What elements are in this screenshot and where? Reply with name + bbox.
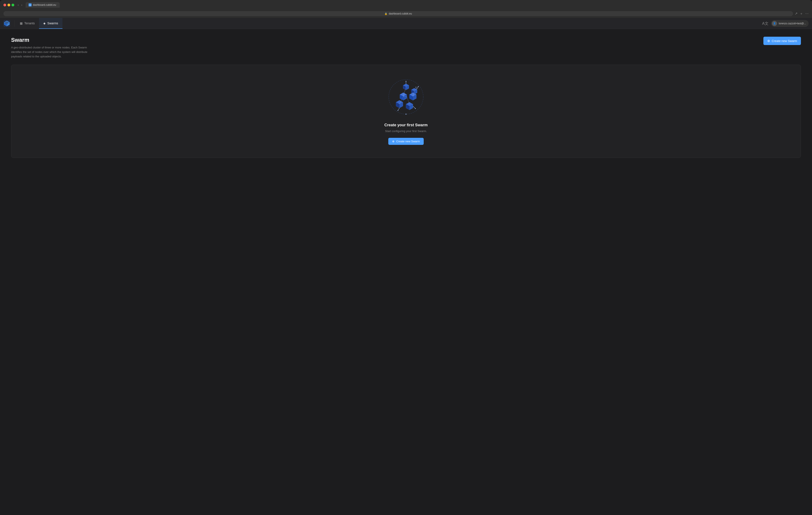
forward-arrow[interactable]: › xyxy=(21,3,23,7)
tab-bar-area: ◈ dashboard.cubbit.eu xyxy=(26,2,809,8)
browser-actions: ↗ ＋ ⋯ xyxy=(795,11,809,16)
page-title: Swarm xyxy=(11,37,96,43)
close-button[interactable] xyxy=(3,4,6,6)
tab-favicon: ◈ xyxy=(29,3,32,6)
minimize-button[interactable] xyxy=(7,4,10,6)
page-header: Swarm A geo-distributed cluster of three… xyxy=(11,37,801,59)
nav-tab-swarms[interactable]: ◈ Swarms xyxy=(39,18,62,29)
swarm-illustration xyxy=(387,78,425,116)
svg-point-31 xyxy=(398,110,398,111)
empty-state-title: Create your first Swarm xyxy=(384,123,428,127)
svg-point-11 xyxy=(406,81,406,82)
new-tab-icon[interactable]: ＋ xyxy=(800,11,803,16)
address-bar[interactable]: 🔒 dashboard.cubbit.eu xyxy=(3,11,793,16)
create-swarm-button-empty[interactable]: ⊕ Create new Swarm xyxy=(388,138,424,145)
more-icon[interactable]: ⋯ xyxy=(805,11,809,16)
maximize-button[interactable] xyxy=(11,4,14,6)
page-description: A geo-distributed cluster of three or mo… xyxy=(11,46,96,59)
create-button-label-empty: Create new Swarm xyxy=(396,140,420,143)
user-label: lorenzo.cazzoli+test@... xyxy=(779,22,806,25)
svg-line-30 xyxy=(398,108,399,110)
create-button-label-header: Create new Swarm xyxy=(772,39,797,43)
traffic-lights xyxy=(3,4,14,6)
app-wrapper: ▦ Tenants ◈ Swarms A文 👤 lorenzo.cazzoli+… xyxy=(0,18,812,515)
tenants-label: Tenants xyxy=(24,22,35,25)
address-text: dashboard.cubbit.eu xyxy=(389,12,412,15)
plus-icon-empty: ⊕ xyxy=(392,140,395,143)
nav-tabs: ▦ Tenants ◈ Swarms xyxy=(16,18,762,29)
svg-point-44 xyxy=(415,87,417,88)
browser-chrome: ‹ › ◈ dashboard.cubbit.eu 🔒 dashboard.cu… xyxy=(0,0,812,18)
translate-icon[interactable]: A文 xyxy=(762,21,768,26)
svg-point-43 xyxy=(405,114,406,115)
nav-arrows: ‹ › xyxy=(17,3,23,7)
page-content: Swarm A geo-distributed cluster of three… xyxy=(0,29,812,166)
svg-line-36 xyxy=(413,106,415,109)
logo-area xyxy=(3,20,15,27)
svg-line-16 xyxy=(417,87,418,89)
empty-state-card: Create your first Swarm Start configurin… xyxy=(11,65,801,158)
user-badge[interactable]: 👤 lorenzo.cazzoli+test@... xyxy=(771,20,809,27)
plus-icon-header: ⊕ xyxy=(767,39,770,43)
empty-state-subtitle: Start configuring your first Swarm. xyxy=(385,130,427,133)
back-arrow[interactable]: ‹ xyxy=(17,3,20,7)
share-icon[interactable]: ↗ xyxy=(795,11,798,16)
page-title-block: Swarm A geo-distributed cluster of three… xyxy=(11,37,96,59)
address-bar-row: 🔒 dashboard.cubbit.eu ↗ ＋ ⋯ xyxy=(3,10,809,18)
nav-tab-tenants[interactable]: ▦ Tenants xyxy=(16,18,39,29)
svg-point-37 xyxy=(415,108,416,109)
svg-point-45 xyxy=(415,88,417,89)
browser-tab[interactable]: ◈ dashboard.cubbit.eu xyxy=(26,2,60,8)
user-avatar: 👤 xyxy=(772,21,777,26)
create-swarm-button-header[interactable]: ⊕ Create new Swarm xyxy=(763,37,801,45)
swarms-label: Swarms xyxy=(47,22,58,25)
top-nav: ▦ Tenants ◈ Swarms A文 👤 lorenzo.cazzoli+… xyxy=(0,18,812,29)
tab-label: dashboard.cubbit.eu xyxy=(33,3,56,6)
tenants-icon: ▦ xyxy=(20,22,23,25)
cubbit-logo xyxy=(3,20,10,27)
svg-point-17 xyxy=(418,86,419,87)
browser-titlebar: ‹ › ◈ dashboard.cubbit.eu xyxy=(3,2,809,10)
swarms-icon: ◈ xyxy=(43,22,46,25)
nav-right: A文 👤 lorenzo.cazzoli+test@... xyxy=(762,20,809,27)
lock-icon: 🔒 xyxy=(384,12,387,15)
